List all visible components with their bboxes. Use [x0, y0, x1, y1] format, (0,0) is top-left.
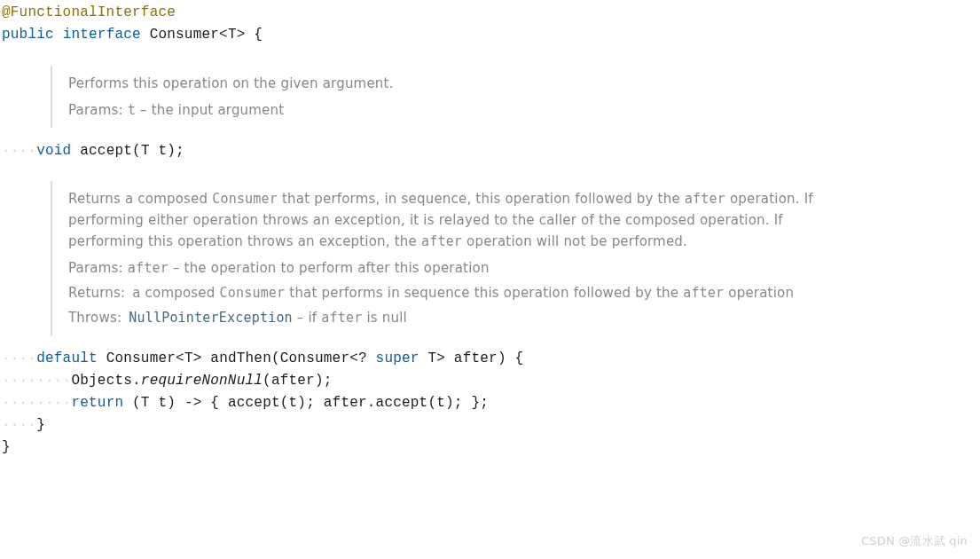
- javadoc-andthen: Returns a composed Consumer that perform…: [51, 181, 849, 335]
- code-line: @FunctionalInterface: [2, 2, 978, 24]
- doc-returns: Returns: a composed Consumer that perfor…: [68, 282, 836, 303]
- kw-interface: interface: [63, 27, 141, 43]
- doc-desc: Returns a composed Consumer that perform…: [68, 188, 836, 252]
- doc-params: Params: after – the operation to perform…: [68, 257, 836, 279]
- code-line: ····void accept(T t);: [2, 140, 978, 162]
- code-line: ········return (T t) -> { accept(t); aft…: [2, 392, 978, 414]
- code-line: ····}: [2, 414, 978, 437]
- code-line: ········Objects.requireNonNull(after);: [2, 370, 978, 392]
- doc-params: Params: t – the input argument: [68, 99, 836, 121]
- code-line: }: [2, 437, 978, 459]
- ident: Consumer: [150, 27, 219, 43]
- doc-throws: Throws: NullPointerException – if after …: [68, 307, 836, 328]
- doc-desc: Performs this operation on the given arg…: [68, 73, 836, 94]
- watermark: CSDN @流水武 qin: [861, 532, 968, 550]
- code-line: public interface Consumer<T> {: [2, 24, 978, 46]
- annotation: @FunctionalInterface: [2, 4, 176, 20]
- code-line: ····default Consumer<T> andThen(Consumer…: [2, 348, 978, 370]
- javadoc-accept: Performs this operation on the given arg…: [51, 66, 849, 128]
- kw-public: public: [2, 27, 54, 43]
